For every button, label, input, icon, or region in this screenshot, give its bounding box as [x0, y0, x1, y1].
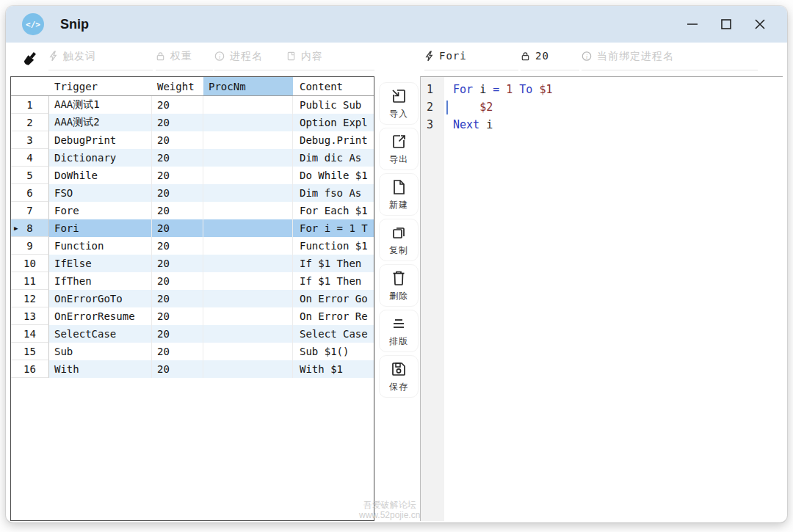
cell-weight[interactable]: 20 [152, 325, 203, 343]
cell-procnm[interactable] [203, 307, 293, 325]
format-button[interactable]: 排版 [379, 310, 419, 352]
cell-trigger[interactable]: IfElse [49, 255, 152, 272]
cell-trigger[interactable]: OnErrorResume [49, 307, 152, 325]
cell-weight[interactable]: 20 [152, 114, 203, 131]
cell-trigger[interactable]: Fori [49, 219, 152, 237]
header-trigger[interactable]: Trigger [49, 77, 152, 95]
cell-content[interactable]: If $1 Then [293, 272, 374, 290]
table-row[interactable]: 10IfElse20If $1 Then [11, 255, 374, 272]
cell-weight[interactable]: 20 [152, 237, 203, 255]
editor-code-line[interactable]: Next i [444, 116, 783, 134]
cell-weight[interactable]: 20 [152, 202, 203, 219]
cell-procnm[interactable] [203, 131, 293, 149]
table-row[interactable]: 7Fore20For Each $1 [11, 202, 374, 219]
editor-code-line[interactable]: $2 [444, 98, 783, 116]
export-button[interactable]: 导出 [379, 128, 419, 170]
cell-content[interactable]: Public Sub [293, 96, 374, 114]
cell-procnm[interactable] [203, 219, 293, 237]
snippet-process-input[interactable]: i 当前绑定进程名 [582, 47, 758, 70]
cell-trigger[interactable]: OnErrorGoTo [49, 290, 152, 307]
cell-trigger[interactable]: DebugPrint [49, 131, 152, 149]
cell-trigger[interactable]: DoWhile [49, 167, 152, 184]
table-row[interactable]: 16With20With $1 [11, 360, 374, 378]
snippet-weight-input[interactable]: 20 [521, 47, 579, 70]
cell-trigger[interactable]: FSO [49, 184, 152, 202]
cell-weight[interactable]: 20 [152, 360, 203, 378]
table-row[interactable]: 12OnErrorGoTo20On Error Go [11, 290, 374, 307]
editor-code-area[interactable]: For i = 1 To $1 $2Next i [444, 77, 783, 521]
cell-procnm[interactable] [203, 96, 293, 114]
editor-code-line[interactable]: For i = 1 To $1 [444, 81, 783, 98]
table-row[interactable]: 1AAA测试120Public Sub [11, 96, 374, 114]
cell-content[interactable]: If $1 Then [293, 255, 374, 272]
cell-content[interactable]: Function $1 [293, 237, 374, 255]
cell-procnm[interactable] [203, 167, 293, 184]
snippet-trigger-input[interactable]: Fori [424, 47, 518, 70]
cell-weight[interactable]: 20 [152, 184, 203, 202]
cell-content[interactable]: Dim fso As [293, 184, 374, 202]
cell-weight[interactable]: 20 [152, 343, 203, 360]
header-content[interactable]: Content [293, 77, 374, 95]
cell-procnm[interactable] [203, 272, 293, 290]
cell-procnm[interactable] [203, 184, 293, 202]
cell-content[interactable]: On Error Go [293, 290, 374, 307]
new-button[interactable]: 新建 [379, 173, 419, 216]
table-row[interactable]: 5DoWhile20Do While $1 [11, 167, 374, 184]
cell-weight[interactable]: 20 [152, 131, 203, 149]
header-weight[interactable]: Weight [152, 77, 203, 95]
clear-filters-button[interactable] [15, 45, 46, 72]
snippet-editor[interactable]: 123 For i = 1 To $1 $2Next i [420, 76, 783, 521]
filter-content-input[interactable]: 内容 [286, 47, 374, 70]
cell-trigger[interactable]: Function [49, 237, 152, 255]
cell-trigger[interactable]: Fore [49, 202, 152, 219]
cell-content[interactable]: With $1 [293, 360, 374, 378]
table-row[interactable]: 14SelectCase20Select Case [11, 325, 374, 343]
filter-process-input[interactable]: i 进程名 [214, 47, 286, 70]
cell-procnm[interactable] [203, 343, 293, 360]
cell-procnm[interactable] [203, 325, 293, 343]
cell-content[interactable]: For Each $1 [293, 202, 374, 219]
title-bar[interactable]: </> Snip [6, 6, 787, 43]
import-button[interactable]: 导入 [379, 82, 419, 125]
table-row[interactable]: ▶8Fori20For i = 1 T [11, 219, 374, 237]
cell-weight[interactable]: 20 [152, 290, 203, 307]
table-row[interactable]: 15Sub20Sub $1() [11, 343, 374, 360]
cell-procnm[interactable] [203, 114, 293, 131]
cell-procnm[interactable] [203, 149, 293, 167]
table-row[interactable]: 4Dictionary20Dim dic As [11, 149, 374, 167]
cell-content[interactable]: For i = 1 T [293, 219, 374, 237]
table-row[interactable]: 13OnErrorResume20On Error Re [11, 307, 374, 325]
filter-trigger-input[interactable]: 触发词 [48, 47, 153, 70]
copy-button[interactable]: 复制 [379, 219, 419, 261]
cell-procnm[interactable] [203, 360, 293, 378]
cell-weight[interactable]: 20 [152, 255, 203, 272]
close-button[interactable] [743, 12, 777, 37]
cell-procnm[interactable] [203, 202, 293, 219]
cell-content[interactable]: Debug.Print [293, 131, 374, 149]
cell-trigger[interactable]: AAA测试1 [49, 96, 152, 114]
delete-button[interactable]: 删除 [379, 264, 419, 307]
minimize-button[interactable] [676, 12, 709, 37]
cell-weight[interactable]: 20 [152, 96, 203, 114]
cell-weight[interactable]: 20 [152, 167, 203, 184]
cell-weight[interactable]: 20 [152, 307, 203, 325]
cell-content[interactable]: Sub $1() [293, 343, 374, 360]
cell-weight[interactable]: 20 [152, 149, 203, 167]
maximize-button[interactable] [709, 12, 743, 37]
cell-content[interactable]: Dim dic As [293, 149, 374, 167]
save-button[interactable]: 保存 [379, 355, 419, 398]
cell-content[interactable]: On Error Re [293, 307, 374, 325]
cell-content[interactable]: Option Expl [293, 114, 374, 131]
cell-trigger[interactable]: Sub [49, 343, 152, 360]
cell-procnm[interactable] [203, 290, 293, 307]
header-procnm[interactable]: ProcNm [203, 77, 293, 95]
cell-procnm[interactable] [203, 255, 293, 272]
table-row[interactable]: 11IfThen20If $1 Then [11, 272, 374, 290]
cell-procnm[interactable] [203, 237, 293, 255]
table-row[interactable]: 3DebugPrint20Debug.Print [11, 131, 374, 149]
cell-trigger[interactable]: Dictionary [49, 149, 152, 167]
cell-trigger[interactable]: SelectCase [49, 325, 152, 343]
cell-trigger[interactable]: AAA测试2 [49, 114, 152, 131]
table-row[interactable]: 9Function20Function $1 [11, 237, 374, 255]
cell-weight[interactable]: 20 [152, 272, 203, 290]
